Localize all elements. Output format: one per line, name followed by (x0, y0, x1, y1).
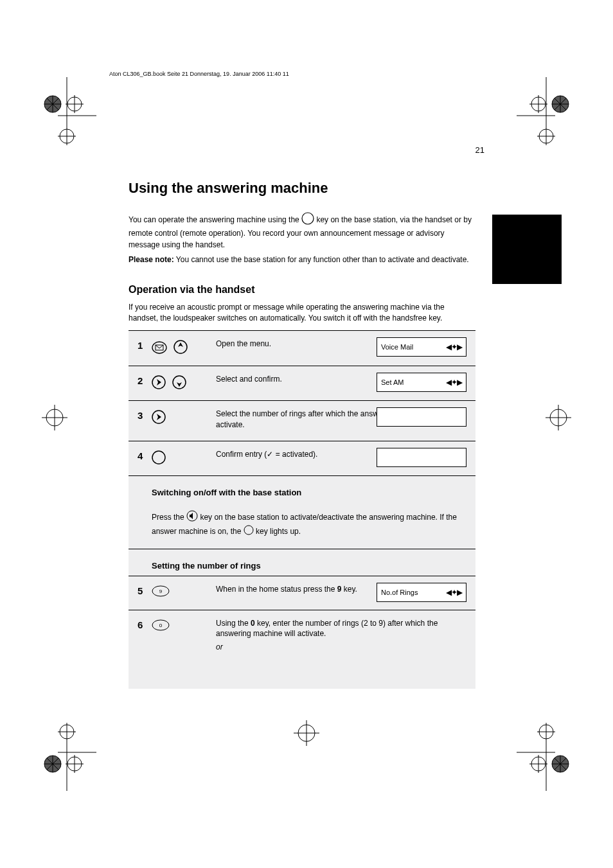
am-key-icon (301, 212, 314, 228)
step-number: 6 (138, 618, 152, 630)
key-0-label: 0 (251, 619, 255, 628)
intro-text: You can operate the answering machine us… (129, 212, 475, 266)
note-label: Please note: (129, 255, 174, 264)
crop-mark-icon (539, 398, 578, 437)
crop-mark-icon (517, 77, 574, 148)
svg-text:9: 9 (159, 589, 163, 594)
page-title: Using the answering machine (129, 180, 475, 197)
crop-mark-icon (517, 720, 574, 791)
svg-point-65 (302, 213, 314, 224)
ok-key-icon (152, 450, 166, 467)
step-row: 6 0 Using the 0 key, enter the number of… (129, 610, 475, 663)
am-key-icon (244, 525, 254, 538)
lcd-display (377, 448, 466, 467)
page-number: 21 (475, 145, 484, 155)
nav-up-key-icon (173, 340, 188, 357)
section-intro: If you receive an acoustic prompt or mes… (129, 302, 475, 324)
step-or: or (216, 642, 460, 653)
section-heading: Operation via the handset (129, 284, 475, 296)
lcd-display: No.of Rings ◀✦▶ (377, 583, 466, 602)
lcd-display (377, 407, 466, 427)
lcd-text: Set AM (381, 378, 404, 386)
step-row: 3 Select the number of rings after which… (129, 401, 475, 441)
step-row: 5 9 When in the home status press the 9 … (129, 576, 475, 610)
lcd-display: Voice Mail ◀✦▶ (377, 337, 466, 357)
nav-arrows-icon: ◀✦▶ (446, 378, 462, 387)
lcd-display: Set AM ◀✦▶ (377, 373, 466, 392)
step-row: 1 Open the menu. Voice Mail ◀✦▶ (129, 331, 475, 366)
step-row: 4 Confirm entry (✓ = activated). (129, 441, 475, 476)
doc-header-line: Aton CL306_GB.book Seite 21 Donnerstag, … (109, 71, 289, 77)
step-text: Using the (216, 619, 251, 628)
crop-mark-icon (35, 398, 74, 437)
lcd-text: No.of Rings (381, 589, 418, 596)
step-number: 2 (138, 374, 152, 386)
subsection-heading: Switching on/off with the base station (129, 476, 475, 502)
nav-arrows-icon: ◀✦▶ (446, 342, 462, 351)
svg-text:0: 0 (159, 623, 163, 628)
content-area: Using the answering machine You can oper… (129, 180, 475, 689)
step-row: 2 Select and confirm. Set AM ◀✦▶ (129, 366, 475, 401)
keypad-0-icon: 0 (152, 619, 170, 633)
crop-mark-icon (39, 77, 96, 148)
crop-mark-icon (287, 714, 326, 752)
lcd-text: Voice Mail (381, 343, 413, 351)
step-number: 1 (138, 339, 152, 351)
intro-p1a: You can operate the answering machine us… (129, 215, 301, 224)
subsection-heading: Setting the number of rings (129, 549, 475, 576)
step-number: 4 (138, 449, 152, 461)
nav-arrows-icon: ◀✦▶ (446, 588, 462, 597)
check-icon: ✓ (267, 450, 273, 459)
step-text: When in the home status press the (216, 585, 337, 594)
step-text: = activated). (273, 450, 317, 459)
crop-mark-icon (39, 720, 96, 791)
svg-point-66 (152, 342, 166, 353)
nav-right-key-icon (152, 375, 166, 392)
speaker-key-icon (186, 510, 198, 525)
svg-point-72 (152, 451, 165, 464)
step-row: Press the key on the base station to act… (129, 502, 475, 549)
key-9-label: 9 (337, 585, 342, 594)
step-number: 3 (138, 409, 152, 421)
keypad-9-icon: 9 (152, 585, 170, 599)
envelope-key-icon (152, 340, 167, 358)
nav-down-key-icon (172, 375, 186, 392)
step-text: key. (344, 585, 357, 594)
note-body: You cannot use the base station for any … (176, 255, 469, 264)
nav-right-key-icon (152, 410, 166, 427)
steps-table: 1 Open the menu. Voice Mail ◀✦▶ 2 (129, 330, 475, 689)
step-text: Press the (152, 513, 186, 522)
step-text: key lights up. (256, 526, 301, 535)
svg-point-74 (244, 526, 253, 535)
step-text: Confirm entry ( (216, 450, 267, 459)
step-number: 5 (138, 584, 152, 596)
section-tab (492, 215, 562, 284)
